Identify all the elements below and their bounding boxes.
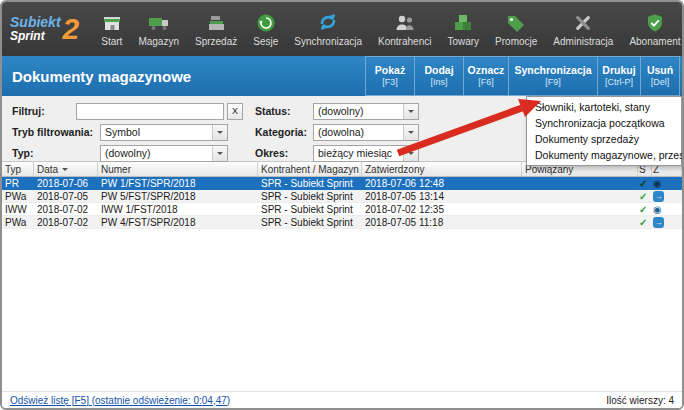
chevron-down-icon[interactable] bbox=[403, 104, 418, 119]
toolbar-label: Towary bbox=[447, 36, 479, 47]
status-select[interactable]: (dowolny) bbox=[313, 103, 419, 120]
toolbar-right-group: Abonament Zablokuj bbox=[621, 2, 684, 56]
shield-check-icon bbox=[645, 11, 665, 33]
toolbar-label: Administracja bbox=[553, 36, 613, 47]
menu-item-dokumenty-magazynowe[interactable]: Dokumenty magazynowe, przesorty bbox=[527, 147, 681, 163]
toolbar-item-abonament[interactable]: Abonament bbox=[621, 2, 684, 56]
goods-box-icon bbox=[452, 11, 474, 33]
toolbar-item-sprzedaz[interactable]: Sprzedaż bbox=[187, 2, 245, 56]
print-button[interactable]: Drukuj [Ctrl-P] bbox=[597, 56, 641, 96]
session-circle-icon bbox=[256, 11, 276, 33]
toolbar-label: Magazyn bbox=[138, 36, 179, 47]
table-row[interactable]: IWW 2018-07-02 IWW 1/FST/2018 SPR - Subi… bbox=[2, 203, 682, 216]
status-check-icon: ✓ bbox=[639, 217, 647, 228]
logo-badge: 2 bbox=[63, 14, 80, 44]
status-bar: Odśwież listę [F5] (ostatnie odświeżenie… bbox=[2, 391, 682, 408]
chevron-down-icon[interactable] bbox=[403, 146, 418, 161]
table-row[interactable]: PR 2018-07-06 PW 1/FST/SPR/2018 SPR - Su… bbox=[2, 177, 682, 190]
column-header-typ[interactable]: Typ bbox=[2, 162, 34, 176]
toolbar-item-sesje[interactable]: Sesje bbox=[245, 2, 286, 56]
status-check-icon: ✓ bbox=[639, 204, 647, 215]
type-label: Typ: bbox=[12, 147, 100, 159]
toolbar-label: Start bbox=[101, 36, 122, 47]
filter-mode-label: Tryb filtrowania: bbox=[12, 126, 100, 138]
chevron-down-icon[interactable] bbox=[403, 125, 418, 140]
sync-state-icon: → bbox=[653, 217, 664, 228]
sync-arrows-icon bbox=[316, 11, 340, 33]
period-select[interactable]: bieżący miesiąc bbox=[313, 145, 419, 162]
filter-mode-select[interactable]: Symbol bbox=[100, 124, 228, 141]
column-header-zatwierdzony[interactable]: Zatwierdzony bbox=[362, 162, 522, 176]
chevron-down-icon[interactable] bbox=[212, 125, 227, 140]
cash-register-icon bbox=[206, 11, 226, 33]
warehouse-truck-icon bbox=[148, 11, 170, 33]
app-logo: Subiekt Sprint 2 bbox=[10, 2, 79, 56]
toolbar-item-administracja[interactable]: Administracja bbox=[545, 2, 621, 56]
delete-button[interactable]: Usuń [Del] bbox=[640, 56, 680, 96]
logo-line1: Subiekt bbox=[10, 15, 61, 30]
menu-item-slowniki[interactable]: Słowniki, kartoteki, stany bbox=[527, 99, 681, 115]
toolbar-item-synchronizacja[interactable]: Synchronizacja bbox=[286, 2, 370, 56]
status-label: Status: bbox=[255, 105, 313, 117]
toolbar-label: Synchronizacja bbox=[294, 36, 362, 47]
category-select[interactable]: (dowolna) bbox=[313, 124, 419, 141]
toolbar-label: Abonament bbox=[629, 36, 680, 47]
toolbar-item-promocje[interactable]: Promocje bbox=[487, 2, 545, 56]
mark-button[interactable]: Oznacz [F6] bbox=[463, 56, 509, 96]
documents-table: Typ Data Numer Kontrahent / Magazyn Zatw… bbox=[2, 162, 682, 229]
refresh-list-link[interactable]: Odśwież listę [F5] (ostatnie odświeżenie… bbox=[10, 395, 230, 406]
rows-count: Ilość wierszy: 4 bbox=[606, 395, 674, 406]
sync-button[interactable]: Synchronizacja [F9] bbox=[508, 56, 598, 96]
sync-state-icon: ◉ bbox=[653, 178, 662, 189]
app-window: Subiekt Sprint 2 Start Magazyn Sprzedaż … bbox=[0, 0, 684, 410]
column-header-kontrahent[interactable]: Kontrahent / Magazyn bbox=[258, 162, 362, 176]
tools-icon bbox=[572, 11, 594, 33]
toolbar-label: Sesje bbox=[253, 36, 278, 47]
sort-desc-icon bbox=[62, 168, 68, 174]
main-toolbar: Subiekt Sprint 2 Start Magazyn Sprzedaż … bbox=[2, 2, 682, 56]
type-select[interactable]: (dowolny) bbox=[100, 145, 228, 162]
toolbar-label: Promocje bbox=[495, 36, 537, 47]
filter-label: Filtruj: bbox=[12, 105, 76, 117]
show-button[interactable]: Pokaż [F3] bbox=[365, 56, 415, 96]
logo-line2: Sprint bbox=[10, 30, 61, 43]
toolbar-label: Sprzedaż bbox=[195, 36, 237, 47]
sync-dropdown-menu: Słowniki, kartoteki, stany Synchronizacj… bbox=[526, 96, 682, 166]
table-row[interactable]: PWa 2018-07-02 PW 4/FST/SPR/2018 SPR - S… bbox=[2, 216, 682, 229]
header-buttons: Pokaż [F3] Dodaj [Ins] Oznacz [F6] Synch… bbox=[366, 56, 680, 96]
toolbar-label: Kontrahenci bbox=[378, 36, 431, 47]
menu-item-sync-poczatkowa[interactable]: Synchronizacja początkowa bbox=[527, 115, 681, 131]
menu-item-dokumenty-sprzedazy[interactable]: Dokumenty sprzedaży bbox=[527, 131, 681, 147]
storefront-icon bbox=[102, 11, 122, 33]
chevron-down-icon[interactable] bbox=[212, 146, 227, 161]
page-header: Dokumenty magazynowe Pokaż [F3] Dodaj [I… bbox=[2, 56, 682, 96]
toolbar-item-magazyn[interactable]: Magazyn bbox=[130, 2, 187, 56]
add-button[interactable]: Dodaj [Ins] bbox=[414, 56, 464, 96]
column-header-data[interactable]: Data bbox=[34, 162, 98, 176]
filter-input[interactable] bbox=[76, 103, 224, 120]
toolbar-item-start[interactable]: Start bbox=[93, 2, 130, 56]
period-label: Okres: bbox=[255, 147, 313, 159]
clear-filter-button[interactable]: X bbox=[227, 103, 243, 120]
status-check-icon: ✓ bbox=[639, 191, 647, 202]
sync-state-icon: ◉ bbox=[653, 204, 662, 215]
status-check-icon: ✓ bbox=[639, 178, 647, 189]
table-row[interactable]: PWa 2018-07-05 PW 5/FST/SPR/2018 SPR - S… bbox=[2, 190, 682, 203]
partners-icon bbox=[394, 11, 416, 33]
column-header-numer[interactable]: Numer bbox=[98, 162, 258, 176]
toolbar-item-kontrahenci[interactable]: Kontrahenci bbox=[370, 2, 439, 56]
page-title: Dokumenty magazynowe bbox=[2, 68, 366, 85]
price-tag-icon bbox=[505, 11, 527, 33]
category-label: Kategoria: bbox=[255, 126, 313, 138]
toolbar-item-towary[interactable]: Towary bbox=[439, 2, 487, 56]
sync-state-icon: → bbox=[653, 191, 664, 202]
